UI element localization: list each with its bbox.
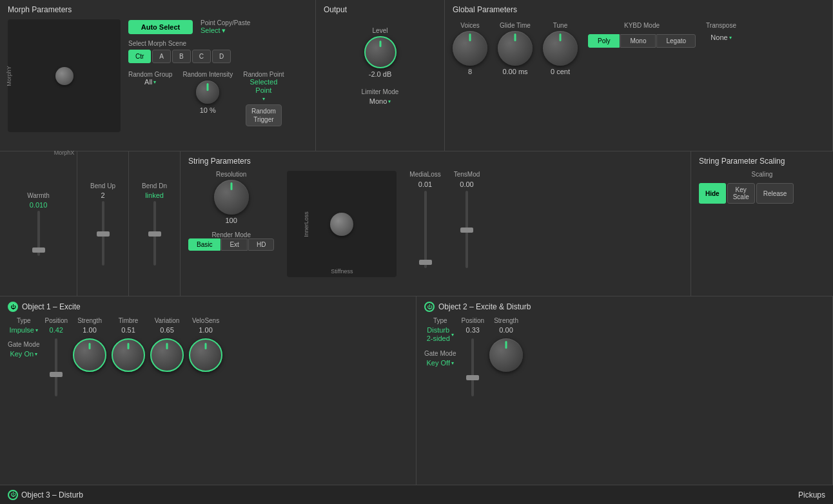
level-knob[interactable]: [364, 36, 397, 68]
scene-btn-a[interactable]: A: [152, 50, 171, 63]
stiffness-handle[interactable]: [330, 213, 353, 236]
render-hd-btn[interactable]: HD: [248, 238, 274, 251]
string-params-title: String Parameters: [188, 157, 683, 166]
obj1-position-track[interactable]: [55, 338, 57, 396]
scene-btn-ctr[interactable]: Ctr: [128, 50, 151, 63]
transpose-group: Transpose None ▾: [706, 22, 736, 41]
object1-section: ⏻ Object 1 – Excite Type Impulse ▾ Gate …: [0, 296, 416, 485]
scene-btn-c[interactable]: C: [192, 50, 211, 63]
obj2-position-track[interactable]: [471, 338, 474, 396]
bend-dn-group: Bend Dn linked: [137, 182, 172, 266]
morph-right: Auto Select Point Copy/Paste Select ▾ Se…: [128, 19, 308, 146]
glide-time-knob-group: Glide Time 0.00 ms: [498, 22, 533, 75]
morph-xy-handle[interactable]: [55, 67, 74, 85]
obj1-type-group: Type Impulse ▾ Gate Mode Key On ▾: [8, 317, 39, 358]
string-params-section: String Parameters Resolution 100 Render …: [181, 151, 691, 296]
global-section: Global Parameters Voices 8 Glide Time 0.…: [445, 0, 833, 151]
morph-content: MorphY MorphX Auto Select Point Copy/Pas…: [8, 19, 308, 146]
limiter-mode-group: Limiter Mode Mono ▾: [362, 88, 399, 105]
obj1-position-thumb[interactable]: [50, 372, 63, 377]
glide-time-knob[interactable]: [498, 31, 533, 66]
key-scale-button[interactable]: Key Scale: [727, 183, 755, 204]
obj1-variation-knob[interactable]: [150, 338, 184, 372]
random-intensity-knob-ctrl[interactable]: [196, 81, 219, 104]
obj1-strength-knob[interactable]: [73, 338, 106, 372]
morph-scene-buttons: Ctr A B C D: [128, 50, 308, 63]
object3-power-btn[interactable]: ⏻: [8, 490, 18, 500]
bend-dn-track: [153, 201, 156, 266]
stiffness-label: Stiffness: [331, 268, 353, 275]
render-ext-btn[interactable]: Ext: [221, 238, 247, 251]
obj1-strength-group: Strength 1.00: [73, 317, 106, 372]
kybd-poly-btn[interactable]: Poly: [588, 34, 620, 48]
resolution-knob[interactable]: [214, 180, 249, 215]
object1-power-btn[interactable]: ⏻: [8, 302, 18, 312]
morph-xy-pad[interactable]: MorphY: [8, 19, 121, 132]
random-trigger-button[interactable]: Random Trigger: [246, 104, 282, 126]
obj1-velosens-knob[interactable]: [189, 338, 222, 372]
object1-title: Object 1 – Excite: [22, 302, 81, 311]
transpose-chevron: ▾: [729, 35, 732, 41]
hide-button[interactable]: Hide: [699, 183, 726, 204]
output-section: Output Level -2.0 dB Limiter Mode Mono ▾: [316, 0, 445, 151]
scene-btn-d[interactable]: D: [212, 50, 231, 63]
global-title: Global Parameters: [453, 5, 825, 14]
medialoss-thumb[interactable]: [419, 260, 432, 265]
object1-params: Type Impulse ▾ Gate Mode Key On ▾ Positi…: [8, 317, 408, 396]
obj1-variation-group: Variation 0.65: [150, 317, 184, 372]
bend-dn-slider[interactable]: [153, 201, 156, 266]
bend-up-slider[interactable]: [102, 201, 104, 266]
warmth-group: Warmth 0.010: [8, 192, 69, 256]
warmth-slider[interactable]: [37, 211, 40, 256]
obj1-type-chevron: ▾: [35, 327, 38, 333]
object1-title-row: ⏻ Object 1 – Excite: [8, 302, 408, 312]
bottom-strip: ⏻ Object 3 – Disturb Pickups: [0, 485, 833, 504]
medialoss-track[interactable]: [424, 191, 427, 268]
limiter-mode-chevron: ▾: [388, 99, 391, 104]
obj2-strength-group: Strength 0.00: [489, 317, 523, 372]
object2-section: ⏻ Object 2 – Excite & Disturb Type Distu…: [416, 296, 833, 485]
bend-dn-section: Bend Dn linked: [129, 151, 181, 296]
obj2-type-group: Type Disturb2-sided ▾ Gate Mode Key Off …: [424, 317, 456, 367]
bend-up-section: Bend Up 2: [77, 151, 129, 296]
inner-loss-box[interactable]: InnerLoss Stiffness: [287, 171, 397, 277]
top-row: Morph Parameters MorphY MorphX Auto Sele…: [0, 0, 833, 151]
object2-power-btn[interactable]: ⏻: [424, 302, 435, 312]
warmth-track: [37, 211, 40, 256]
select-label[interactable]: Select: [201, 26, 220, 34]
kybd-mono-btn[interactable]: Mono: [620, 34, 656, 48]
tune-knob-group: Tune 0 cent: [543, 22, 578, 75]
bend-up-group: Bend Up 2: [85, 182, 121, 266]
tensmod-thumb[interactable]: [460, 228, 473, 233]
release-button[interactable]: Release: [756, 183, 794, 204]
random-group-val: All: [144, 78, 152, 86]
render-basic-btn[interactable]: Basic: [188, 238, 220, 251]
object3-strip: ⏻ Object 3 – Disturb: [8, 490, 83, 500]
obj1-timbre-knob[interactable]: [112, 338, 145, 372]
bend-up-thumb[interactable]: [97, 231, 110, 237]
random-group-chevron: ▾: [153, 79, 156, 85]
select-morph-row: Select Morph Scene Ctr A B C D: [128, 40, 308, 63]
voices-knob[interactable]: [453, 31, 487, 66]
tensmod-group: TensMod 0.00: [454, 171, 480, 268]
object2-params: Type Disturb2-sided ▾ Gate Mode Key Off …: [424, 317, 825, 396]
transpose-val: None: [710, 34, 727, 41]
tune-knob[interactable]: [543, 31, 578, 66]
auto-select-button[interactable]: Auto Select: [128, 20, 193, 34]
bottom-row: ⏻ Object 1 – Excite Type Impulse ▾ Gate …: [0, 296, 833, 485]
object2-title: Object 2 – Excite & Disturb: [438, 302, 531, 311]
obj1-velosens-group: VeloSens 1.00: [189, 317, 222, 372]
pickups-title: Pickups: [798, 490, 825, 499]
select-morph-label: Select Morph Scene: [128, 40, 308, 47]
scene-btn-b[interactable]: B: [172, 50, 191, 63]
object2-title-row: ⏻ Object 2 – Excite & Disturb: [424, 302, 825, 312]
obj2-position-thumb[interactable]: [466, 375, 479, 380]
voices-knob-group: Voices 8: [453, 22, 487, 75]
bend-dn-thumb[interactable]: [148, 231, 161, 237]
warmth-thumb[interactable]: [32, 247, 45, 253]
tensmod-track[interactable]: [466, 191, 468, 268]
kybd-legato-btn[interactable]: Legato: [656, 34, 696, 48]
obj2-strength-knob[interactable]: [489, 338, 523, 372]
random-group-knob: Random Group All ▾: [128, 71, 172, 126]
obj2-position-group: Position 0.33: [461, 317, 484, 396]
